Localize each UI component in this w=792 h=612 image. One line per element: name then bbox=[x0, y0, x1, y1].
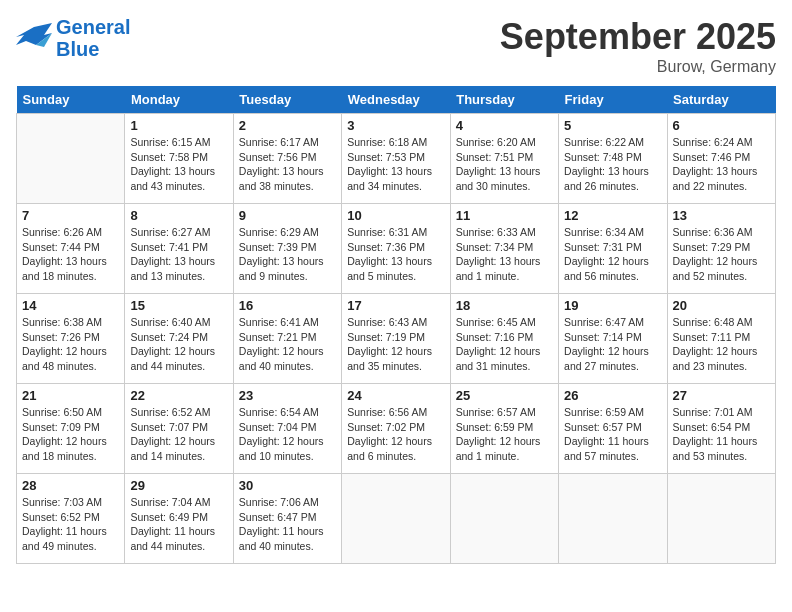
calendar-cell: 4Sunrise: 6:20 AM Sunset: 7:51 PM Daylig… bbox=[450, 114, 558, 204]
calendar-cell: 29Sunrise: 7:04 AM Sunset: 6:49 PM Dayli… bbox=[125, 474, 233, 564]
calendar-cell: 10Sunrise: 6:31 AM Sunset: 7:36 PM Dayli… bbox=[342, 204, 450, 294]
calendar-cell: 2Sunrise: 6:17 AM Sunset: 7:56 PM Daylig… bbox=[233, 114, 341, 204]
calendar-cell: 7Sunrise: 6:26 AM Sunset: 7:44 PM Daylig… bbox=[17, 204, 125, 294]
day-info: Sunrise: 6:33 AM Sunset: 7:34 PM Dayligh… bbox=[456, 225, 553, 284]
day-number: 6 bbox=[673, 118, 770, 133]
day-info: Sunrise: 6:40 AM Sunset: 7:24 PM Dayligh… bbox=[130, 315, 227, 374]
week-row-5: 28Sunrise: 7:03 AM Sunset: 6:52 PM Dayli… bbox=[17, 474, 776, 564]
day-info: Sunrise: 6:48 AM Sunset: 7:11 PM Dayligh… bbox=[673, 315, 770, 374]
day-number: 17 bbox=[347, 298, 444, 313]
day-number: 10 bbox=[347, 208, 444, 223]
logo-text-blue: Blue bbox=[56, 38, 130, 60]
day-info: Sunrise: 6:47 AM Sunset: 7:14 PM Dayligh… bbox=[564, 315, 661, 374]
day-info: Sunrise: 6:57 AM Sunset: 6:59 PM Dayligh… bbox=[456, 405, 553, 464]
page-header: General Blue September 2025 Burow, Germa… bbox=[16, 16, 776, 76]
day-info: Sunrise: 6:56 AM Sunset: 7:02 PM Dayligh… bbox=[347, 405, 444, 464]
calendar-cell: 5Sunrise: 6:22 AM Sunset: 7:48 PM Daylig… bbox=[559, 114, 667, 204]
weekday-header-friday: Friday bbox=[559, 86, 667, 114]
day-number: 1 bbox=[130, 118, 227, 133]
day-number: 26 bbox=[564, 388, 661, 403]
title-block: September 2025 Burow, Germany bbox=[500, 16, 776, 76]
day-info: Sunrise: 6:59 AM Sunset: 6:57 PM Dayligh… bbox=[564, 405, 661, 464]
logo: General Blue bbox=[16, 16, 130, 60]
calendar-cell: 21Sunrise: 6:50 AM Sunset: 7:09 PM Dayli… bbox=[17, 384, 125, 474]
weekday-header-sunday: Sunday bbox=[17, 86, 125, 114]
day-info: Sunrise: 6:29 AM Sunset: 7:39 PM Dayligh… bbox=[239, 225, 336, 284]
day-number: 13 bbox=[673, 208, 770, 223]
calendar-cell: 6Sunrise: 6:24 AM Sunset: 7:46 PM Daylig… bbox=[667, 114, 775, 204]
day-info: Sunrise: 6:50 AM Sunset: 7:09 PM Dayligh… bbox=[22, 405, 119, 464]
logo-bird-icon bbox=[16, 23, 52, 53]
month-title: September 2025 bbox=[500, 16, 776, 58]
day-info: Sunrise: 6:43 AM Sunset: 7:19 PM Dayligh… bbox=[347, 315, 444, 374]
day-info: Sunrise: 6:52 AM Sunset: 7:07 PM Dayligh… bbox=[130, 405, 227, 464]
day-number: 24 bbox=[347, 388, 444, 403]
day-info: Sunrise: 6:36 AM Sunset: 7:29 PM Dayligh… bbox=[673, 225, 770, 284]
weekday-header-wednesday: Wednesday bbox=[342, 86, 450, 114]
day-info: Sunrise: 6:38 AM Sunset: 7:26 PM Dayligh… bbox=[22, 315, 119, 374]
day-number: 30 bbox=[239, 478, 336, 493]
calendar-cell: 20Sunrise: 6:48 AM Sunset: 7:11 PM Dayli… bbox=[667, 294, 775, 384]
day-number: 2 bbox=[239, 118, 336, 133]
week-row-4: 21Sunrise: 6:50 AM Sunset: 7:09 PM Dayli… bbox=[17, 384, 776, 474]
calendar-cell: 22Sunrise: 6:52 AM Sunset: 7:07 PM Dayli… bbox=[125, 384, 233, 474]
day-info: Sunrise: 6:17 AM Sunset: 7:56 PM Dayligh… bbox=[239, 135, 336, 194]
day-info: Sunrise: 6:54 AM Sunset: 7:04 PM Dayligh… bbox=[239, 405, 336, 464]
calendar-cell: 12Sunrise: 6:34 AM Sunset: 7:31 PM Dayli… bbox=[559, 204, 667, 294]
day-info: Sunrise: 6:45 AM Sunset: 7:16 PM Dayligh… bbox=[456, 315, 553, 374]
calendar-cell: 11Sunrise: 6:33 AM Sunset: 7:34 PM Dayli… bbox=[450, 204, 558, 294]
calendar-cell: 27Sunrise: 7:01 AM Sunset: 6:54 PM Dayli… bbox=[667, 384, 775, 474]
day-number: 4 bbox=[456, 118, 553, 133]
day-number: 12 bbox=[564, 208, 661, 223]
day-info: Sunrise: 6:15 AM Sunset: 7:58 PM Dayligh… bbox=[130, 135, 227, 194]
location: Burow, Germany bbox=[500, 58, 776, 76]
calendar-cell bbox=[667, 474, 775, 564]
day-info: Sunrise: 7:06 AM Sunset: 6:47 PM Dayligh… bbox=[239, 495, 336, 554]
day-info: Sunrise: 6:34 AM Sunset: 7:31 PM Dayligh… bbox=[564, 225, 661, 284]
day-number: 19 bbox=[564, 298, 661, 313]
day-info: Sunrise: 6:31 AM Sunset: 7:36 PM Dayligh… bbox=[347, 225, 444, 284]
calendar-cell: 28Sunrise: 7:03 AM Sunset: 6:52 PM Dayli… bbox=[17, 474, 125, 564]
week-row-1: 1Sunrise: 6:15 AM Sunset: 7:58 PM Daylig… bbox=[17, 114, 776, 204]
day-info: Sunrise: 6:20 AM Sunset: 7:51 PM Dayligh… bbox=[456, 135, 553, 194]
calendar-cell: 16Sunrise: 6:41 AM Sunset: 7:21 PM Dayli… bbox=[233, 294, 341, 384]
day-number: 15 bbox=[130, 298, 227, 313]
day-number: 18 bbox=[456, 298, 553, 313]
week-row-3: 14Sunrise: 6:38 AM Sunset: 7:26 PM Dayli… bbox=[17, 294, 776, 384]
day-info: Sunrise: 6:41 AM Sunset: 7:21 PM Dayligh… bbox=[239, 315, 336, 374]
day-number: 9 bbox=[239, 208, 336, 223]
weekday-header-row: SundayMondayTuesdayWednesdayThursdayFrid… bbox=[17, 86, 776, 114]
day-info: Sunrise: 6:27 AM Sunset: 7:41 PM Dayligh… bbox=[130, 225, 227, 284]
calendar-cell bbox=[342, 474, 450, 564]
calendar-cell: 30Sunrise: 7:06 AM Sunset: 6:47 PM Dayli… bbox=[233, 474, 341, 564]
calendar-cell: 18Sunrise: 6:45 AM Sunset: 7:16 PM Dayli… bbox=[450, 294, 558, 384]
calendar-cell: 14Sunrise: 6:38 AM Sunset: 7:26 PM Dayli… bbox=[17, 294, 125, 384]
day-number: 7 bbox=[22, 208, 119, 223]
day-info: Sunrise: 6:26 AM Sunset: 7:44 PM Dayligh… bbox=[22, 225, 119, 284]
weekday-header-saturday: Saturday bbox=[667, 86, 775, 114]
day-number: 22 bbox=[130, 388, 227, 403]
day-number: 21 bbox=[22, 388, 119, 403]
day-number: 28 bbox=[22, 478, 119, 493]
weekday-header-thursday: Thursday bbox=[450, 86, 558, 114]
calendar-cell: 26Sunrise: 6:59 AM Sunset: 6:57 PM Dayli… bbox=[559, 384, 667, 474]
calendar-cell: 13Sunrise: 6:36 AM Sunset: 7:29 PM Dayli… bbox=[667, 204, 775, 294]
calendar-cell: 8Sunrise: 6:27 AM Sunset: 7:41 PM Daylig… bbox=[125, 204, 233, 294]
calendar-cell: 1Sunrise: 6:15 AM Sunset: 7:58 PM Daylig… bbox=[125, 114, 233, 204]
calendar-cell: 17Sunrise: 6:43 AM Sunset: 7:19 PM Dayli… bbox=[342, 294, 450, 384]
calendar-cell: 9Sunrise: 6:29 AM Sunset: 7:39 PM Daylig… bbox=[233, 204, 341, 294]
calendar-cell bbox=[17, 114, 125, 204]
day-info: Sunrise: 7:01 AM Sunset: 6:54 PM Dayligh… bbox=[673, 405, 770, 464]
day-number: 23 bbox=[239, 388, 336, 403]
week-row-2: 7Sunrise: 6:26 AM Sunset: 7:44 PM Daylig… bbox=[17, 204, 776, 294]
day-number: 3 bbox=[347, 118, 444, 133]
day-number: 11 bbox=[456, 208, 553, 223]
weekday-header-tuesday: Tuesday bbox=[233, 86, 341, 114]
day-info: Sunrise: 6:24 AM Sunset: 7:46 PM Dayligh… bbox=[673, 135, 770, 194]
weekday-header-monday: Monday bbox=[125, 86, 233, 114]
calendar-cell: 25Sunrise: 6:57 AM Sunset: 6:59 PM Dayli… bbox=[450, 384, 558, 474]
day-number: 25 bbox=[456, 388, 553, 403]
calendar-cell: 19Sunrise: 6:47 AM Sunset: 7:14 PM Dayli… bbox=[559, 294, 667, 384]
day-info: Sunrise: 7:04 AM Sunset: 6:49 PM Dayligh… bbox=[130, 495, 227, 554]
day-number: 5 bbox=[564, 118, 661, 133]
